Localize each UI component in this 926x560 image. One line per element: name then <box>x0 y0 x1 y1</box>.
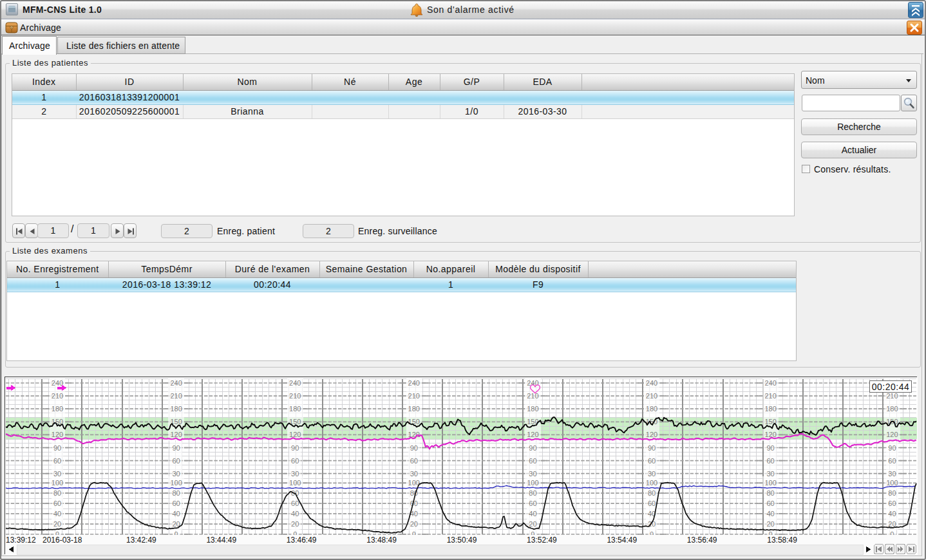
svg-text:240: 240 <box>646 379 657 387</box>
svg-text:60: 60 <box>529 457 536 465</box>
svg-text:100: 100 <box>886 479 898 487</box>
svg-text:30: 30 <box>888 470 896 478</box>
svg-text:13:48:49: 13:48:49 <box>366 536 397 545</box>
svg-text:120: 120 <box>646 431 657 438</box>
svg-text:80: 80 <box>529 489 536 497</box>
svg-text:40: 40 <box>53 510 61 518</box>
svg-text:210: 210 <box>527 392 538 400</box>
svg-text:100: 100 <box>170 479 182 487</box>
svg-text:100: 100 <box>289 479 301 487</box>
svg-text:180: 180 <box>52 405 63 413</box>
svg-text:60: 60 <box>766 457 774 465</box>
svg-text:80: 80 <box>172 489 180 497</box>
svg-text:40: 40 <box>291 510 299 518</box>
svg-text:240: 240 <box>527 379 538 387</box>
svg-text:13:42:49: 13:42:49 <box>126 536 156 545</box>
svg-text:20: 20 <box>410 520 418 528</box>
svg-text:240: 240 <box>408 379 420 387</box>
svg-text:90: 90 <box>410 444 418 452</box>
svg-text:40: 40 <box>766 510 774 518</box>
svg-text:90: 90 <box>888 444 896 452</box>
svg-text:60: 60 <box>888 457 896 465</box>
svg-text:60: 60 <box>53 499 61 507</box>
svg-text:210: 210 <box>289 392 301 400</box>
svg-text:60: 60 <box>888 499 896 507</box>
svg-text:60: 60 <box>410 457 418 465</box>
svg-text:90: 90 <box>648 444 656 452</box>
svg-text:90: 90 <box>291 444 299 452</box>
svg-text:20: 20 <box>766 520 774 528</box>
svg-text:180: 180 <box>886 405 898 413</box>
svg-text:60: 60 <box>291 499 299 507</box>
svg-text:120: 120 <box>289 431 301 438</box>
svg-text:180: 180 <box>408 405 420 413</box>
svg-text:60: 60 <box>648 457 656 465</box>
svg-text:180: 180 <box>289 405 301 413</box>
svg-text:90: 90 <box>53 444 61 452</box>
svg-text:210: 210 <box>886 392 898 400</box>
svg-text:210: 210 <box>646 392 657 400</box>
svg-text:2016-03-18: 2016-03-18 <box>43 536 82 545</box>
svg-text:30: 30 <box>410 470 418 478</box>
svg-text:20: 20 <box>529 520 536 528</box>
svg-text:80: 80 <box>888 489 896 497</box>
svg-text:100: 100 <box>646 479 657 487</box>
svg-text:100: 100 <box>52 479 63 487</box>
svg-text:210: 210 <box>408 392 420 400</box>
svg-text:20: 20 <box>291 520 299 528</box>
svg-text:90: 90 <box>172 444 180 452</box>
svg-text:20: 20 <box>53 520 61 528</box>
svg-text:120: 120 <box>886 431 898 438</box>
svg-text:120: 120 <box>170 431 182 438</box>
svg-text:30: 30 <box>648 470 656 478</box>
svg-text:90: 90 <box>766 444 774 452</box>
svg-text:120: 120 <box>527 431 538 438</box>
svg-text:180: 180 <box>527 405 538 413</box>
svg-text:150: 150 <box>764 418 776 425</box>
svg-text:100: 100 <box>527 479 538 487</box>
svg-text:180: 180 <box>646 405 657 413</box>
svg-text:13:58:49: 13:58:49 <box>767 536 797 545</box>
svg-text:210: 210 <box>170 392 182 400</box>
svg-text:40: 40 <box>529 510 536 518</box>
svg-text:30: 30 <box>291 470 299 478</box>
svg-text:40: 40 <box>888 510 896 518</box>
svg-text:80: 80 <box>53 489 61 497</box>
svg-text:13:52:49: 13:52:49 <box>527 536 557 545</box>
svg-text:40: 40 <box>172 510 180 518</box>
svg-text:13:46:49: 13:46:49 <box>287 536 317 545</box>
svg-text:13:44:49: 13:44:49 <box>206 536 236 545</box>
svg-text:60: 60 <box>648 499 656 507</box>
svg-text:60: 60 <box>172 499 180 507</box>
svg-text:30: 30 <box>172 470 180 478</box>
svg-text:30: 30 <box>766 470 774 478</box>
svg-text:13:56:49: 13:56:49 <box>687 536 717 545</box>
svg-text:240: 240 <box>52 379 63 387</box>
svg-text:60: 60 <box>766 499 774 507</box>
svg-text:90: 90 <box>529 444 536 452</box>
svg-text:180: 180 <box>764 405 776 413</box>
svg-text:80: 80 <box>648 489 656 497</box>
svg-text:13:39:12: 13:39:12 <box>6 536 36 545</box>
svg-text:13:54:49: 13:54:49 <box>607 536 637 545</box>
svg-text:30: 30 <box>529 470 536 478</box>
svg-text:120: 120 <box>52 431 63 438</box>
svg-text:100: 100 <box>764 479 776 487</box>
svg-text:30: 30 <box>53 470 61 478</box>
svg-text:60: 60 <box>529 499 536 507</box>
svg-text:60: 60 <box>291 457 299 465</box>
svg-text:80: 80 <box>766 489 774 497</box>
svg-text:210: 210 <box>764 392 776 400</box>
svg-text:13:50:49: 13:50:49 <box>447 536 477 545</box>
svg-text:240: 240 <box>764 379 776 387</box>
svg-text:60: 60 <box>53 457 61 465</box>
svg-text:240: 240 <box>170 379 182 387</box>
svg-text:60: 60 <box>172 457 180 465</box>
svg-text:240: 240 <box>289 379 301 387</box>
svg-text:180: 180 <box>170 405 182 413</box>
svg-text:210: 210 <box>52 392 63 400</box>
